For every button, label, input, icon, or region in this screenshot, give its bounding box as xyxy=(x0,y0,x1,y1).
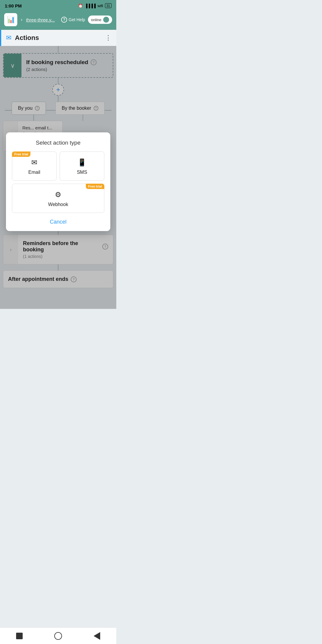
webhook-option-icon: ⚙ xyxy=(55,191,61,199)
toggle-indicator xyxy=(103,17,109,23)
email-option-label: Email xyxy=(28,170,40,175)
signal-icon: ▐▐▐▐ xyxy=(85,4,96,8)
alarm-icon: ⏰ xyxy=(78,4,83,8)
status-icons: ⏰ ▐▐▐▐ wifi 31 xyxy=(78,3,112,8)
sms-option-button[interactable]: 📱 SMS xyxy=(60,151,104,181)
modal-title: Select action type xyxy=(12,140,104,146)
modal-cancel-button[interactable]: Cancel xyxy=(12,216,104,226)
sms-option-label: SMS xyxy=(77,170,87,175)
online-label: online xyxy=(91,18,101,22)
actions-menu-button[interactable]: ⋮ xyxy=(105,34,112,42)
webhook-option-button[interactable]: Free trial ⚙ Webhook xyxy=(12,184,104,213)
email-option-button[interactable]: Free trial ✉ Email xyxy=(12,151,57,181)
actions-title: Actions xyxy=(15,34,39,42)
main-content: ∨ If booking rescheduled ? (2 actions) +… xyxy=(0,46,116,309)
select-action-modal: Select action type Free trial ✉ Email 📱 … xyxy=(6,132,110,231)
battery-icon: 31 xyxy=(105,3,112,8)
webhook-free-trial-badge: Free trial xyxy=(86,184,104,189)
site-title[interactable]: three-three.y... xyxy=(26,17,58,22)
status-time: 1:00 PM xyxy=(5,3,22,8)
actions-header-left: ✉ Actions xyxy=(6,34,39,42)
webhook-option-label: Webhook xyxy=(48,202,68,207)
sms-option-icon: 📱 xyxy=(78,158,86,167)
logo-box[interactable]: 📊 xyxy=(4,13,17,26)
help-icon: ? xyxy=(61,17,67,23)
top-nav: 📊 › three-three.y... ? Get Help online xyxy=(0,11,116,30)
nav-chevron-icon: › xyxy=(21,17,22,22)
online-toggle[interactable]: online xyxy=(88,16,112,24)
actions-email-icon: ✉ xyxy=(6,34,11,42)
status-bar: 1:00 PM ⏰ ▐▐▐▐ wifi 31 xyxy=(0,0,116,11)
actions-header: ✉ Actions ⋮ xyxy=(0,30,116,46)
modal-options-row: Free trial ✉ Email 📱 SMS xyxy=(12,151,104,181)
app-logo-icon: 📊 xyxy=(7,16,15,24)
email-free-trial-badge: Free trial xyxy=(12,151,30,157)
wifi-icon: wifi xyxy=(97,4,103,8)
email-option-icon: ✉ xyxy=(31,158,37,167)
help-label: Get Help xyxy=(69,17,85,22)
help-button[interactable]: ? Get Help xyxy=(61,17,85,23)
